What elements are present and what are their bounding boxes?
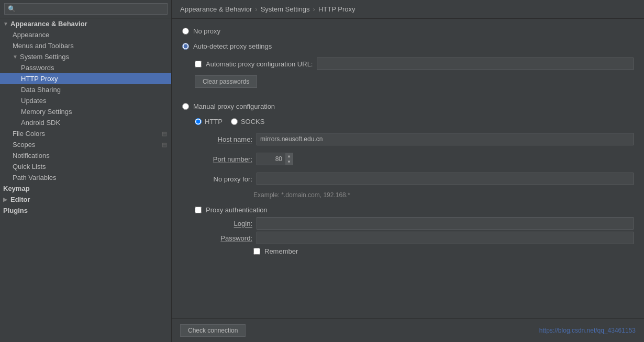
login-label: Login: — [195, 220, 252, 227]
sidebar-item-scopes[interactable]: Scopes ▤ — [0, 139, 171, 150]
triangle-icon: ▶ — [3, 197, 8, 202]
main-content: Appearance & Behavior › System Settings … — [172, 0, 644, 342]
auto-config-url-checkbox[interactable] — [195, 61, 202, 67]
form-area: No proxy Auto-detect proxy settings Auto… — [172, 19, 644, 318]
breadcrumb-part-1: Appearance & Behavior — [180, 5, 252, 13]
sidebar-item-path-variables[interactable]: Path Variables — [0, 172, 171, 183]
no-proxy-for-label: No proxy for: — [195, 175, 252, 183]
host-name-label: Host name: — [195, 135, 252, 143]
search-input[interactable] — [4, 3, 168, 15]
auto-config-url-input[interactable] — [317, 58, 634, 70]
spin-buttons: ▲ ▼ — [285, 153, 293, 165]
sidebar-item-keymap[interactable]: Keymap — [0, 183, 171, 194]
sidebar-item-plugins[interactable]: Plugins — [0, 205, 171, 216]
port-input-wrap: ▲ ▼ — [257, 153, 293, 165]
auto-config-url-row: Automatic proxy configuration URL: — [182, 58, 634, 70]
manual-config-label: Manual proxy configuration — [193, 102, 275, 110]
sidebar-item-editor[interactable]: ▶ Editor — [0, 194, 171, 205]
breadcrumb-part-3: HTTP Proxy — [318, 5, 356, 13]
port-number-row: Port number: ▲ ▼ — [182, 153, 634, 165]
auto-detect-radio[interactable] — [182, 43, 189, 50]
file-colors-icon: ▤ — [162, 130, 167, 137]
clear-passwords-section: Clear passwords — [182, 75, 634, 88]
remember-row: Remember — [182, 247, 634, 255]
remember-checkbox[interactable] — [253, 248, 260, 255]
proxy-auth-checkbox[interactable] — [195, 207, 202, 213]
password-input[interactable] — [257, 232, 634, 244]
auto-detect-label: Auto-detect proxy settings — [193, 42, 272, 50]
socks-label: SOCKS — [241, 118, 265, 126]
socks-radio[interactable] — [231, 118, 238, 125]
no-proxy-for-input[interactable] — [257, 173, 634, 185]
host-name-input[interactable] — [257, 133, 634, 145]
breadcrumb-part-2: System Settings — [261, 5, 310, 13]
scopes-icon: ▤ — [162, 141, 167, 148]
sidebar-item-system-settings[interactable]: ▼ System Settings — [0, 51, 171, 62]
check-connection-button[interactable]: Check connection — [180, 324, 246, 337]
port-up-button[interactable]: ▲ — [285, 153, 293, 159]
sidebar-item-updates[interactable]: Updates — [0, 95, 171, 106]
password-label: Password: — [195, 234, 252, 242]
auto-detect-row: Auto-detect proxy settings — [182, 42, 634, 50]
no-proxy-radio[interactable] — [182, 28, 189, 35]
proxy-auth-section: Proxy authentication Login: Password: Re… — [182, 206, 634, 255]
sidebar-item-http-proxy[interactable]: HTTP Proxy — [0, 73, 171, 84]
http-radio[interactable] — [195, 118, 202, 125]
manual-proxy-radio[interactable] — [182, 103, 189, 110]
http-label: HTTP — [205, 118, 223, 126]
breadcrumb: Appearance & Behavior › System Settings … — [172, 0, 644, 19]
no-proxy-for-row: No proxy for: — [182, 173, 634, 185]
no-proxy-row: No proxy — [182, 27, 634, 35]
sidebar-item-file-colors[interactable]: File Colors ▤ — [0, 128, 171, 139]
example-text: Example: *.domain.com, 192.168.* — [182, 191, 634, 199]
manual-config-row: Manual proxy configuration — [182, 102, 634, 110]
watermark-text: https://blog.csdn.net/qq_43461153 — [539, 327, 636, 334]
protocol-row: HTTP SOCKS — [182, 118, 634, 126]
login-row: Login: — [182, 217, 634, 230]
sidebar-item-appearance[interactable]: Appearance — [0, 29, 171, 40]
breadcrumb-sep-2: › — [313, 5, 315, 13]
proxy-auth-label: Proxy authentication — [206, 206, 268, 214]
sidebar-item-data-sharing[interactable]: Data Sharing — [0, 84, 171, 95]
triangle-icon: ▼ — [3, 21, 8, 27]
sidebar-item-passwords[interactable]: Passwords — [0, 62, 171, 73]
sidebar-item-android-sdk[interactable]: Android SDK — [0, 117, 171, 128]
sidebar: ▼ Appearance & Behavior Appearance Menus… — [0, 0, 172, 342]
breadcrumb-sep-1: › — [255, 5, 257, 13]
sidebar-item-notifications[interactable]: Notifications — [0, 150, 171, 161]
proxy-auth-header: Proxy authentication — [182, 206, 634, 214]
port-down-button[interactable]: ▼ — [285, 159, 293, 165]
host-name-row: Host name: — [182, 133, 634, 145]
login-input[interactable] — [257, 217, 634, 230]
sidebar-item-quick-lists[interactable]: Quick Lists — [0, 161, 171, 172]
sidebar-item-memory-settings[interactable]: Memory Settings — [0, 106, 171, 117]
sidebar-item-menus-toolbars[interactable]: Menus and Toolbars — [0, 40, 171, 51]
search-bar — [0, 0, 172, 18]
bottom-bar: Check connection https://blog.csdn.net/q… — [172, 318, 644, 342]
remember-label: Remember — [264, 247, 298, 255]
triangle-icon: ▼ — [13, 54, 18, 60]
sidebar-item-appearance-behavior[interactable]: ▼ Appearance & Behavior — [0, 18, 171, 29]
no-proxy-label: No proxy — [193, 27, 220, 35]
port-number-label: Port number: — [195, 155, 252, 163]
auto-config-url-label: Automatic proxy configuration URL: — [206, 60, 313, 68]
clear-passwords-button[interactable]: Clear passwords — [195, 75, 257, 88]
password-row: Password: — [182, 232, 634, 244]
